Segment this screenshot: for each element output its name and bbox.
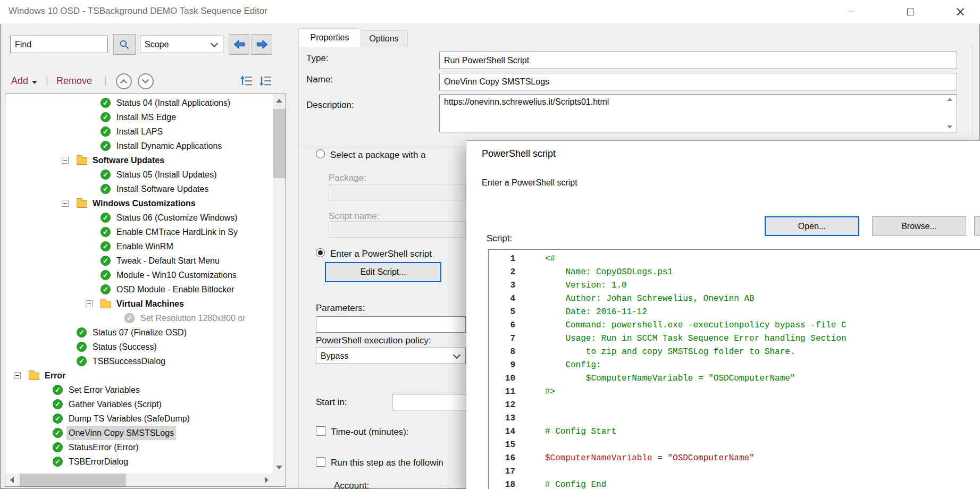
clipped-button[interactable] bbox=[974, 216, 980, 236]
tab-page-border-left bbox=[298, 46, 299, 488]
tree-item[interactable]: ✓Status 07 (Finalize OSD) bbox=[5, 325, 273, 340]
code-text: Version: 1.0 bbox=[515, 279, 627, 292]
tree-vertical-scrollbar[interactable] bbox=[273, 94, 286, 474]
move-down-button[interactable] bbox=[138, 73, 154, 89]
tab-properties[interactable]: Properties bbox=[298, 28, 361, 47]
find-input[interactable] bbox=[10, 36, 108, 53]
tree-item[interactable]: ✓Status 05 (Install Updates) bbox=[5, 167, 273, 182]
timeout-checkbox-label: Time-out (minutes): bbox=[331, 427, 409, 437]
tree-item[interactable]: ✓Set Resolution 1280x800 or bbox=[5, 311, 273, 325]
close-icon: × bbox=[955, 5, 966, 18]
tree-item-label: Install Software Updates bbox=[114, 182, 211, 196]
line-number: 8 bbox=[489, 345, 515, 359]
select-package-radio-label: Select a package with a bbox=[330, 150, 426, 161]
success-check-icon: ✓ bbox=[100, 127, 111, 137]
tree-item-label: Windows Customizations bbox=[90, 196, 198, 210]
tree-item[interactable]: ✓Install MS Edge bbox=[5, 110, 273, 124]
code-line: 15 bbox=[489, 439, 980, 452]
scroll-right-button[interactable] bbox=[260, 474, 273, 486]
run-as-checkbox-label: Run this step as the followin bbox=[331, 458, 443, 468]
tree-expander-icon[interactable] bbox=[62, 200, 69, 207]
select-package-radio[interactable] bbox=[316, 149, 325, 158]
tree-item[interactable]: Windows Customizations bbox=[5, 196, 273, 210]
edit-script-button[interactable]: Edit Script... bbox=[325, 262, 441, 282]
scroll-up-button[interactable] bbox=[273, 94, 286, 107]
tree-item[interactable]: ✓Enable WinRM bbox=[5, 239, 273, 254]
tree-item[interactable]: ✓Module - Win10 Customizations bbox=[5, 268, 273, 282]
name-field[interactable]: OneVinn Copy SMSTSLogs bbox=[439, 73, 957, 90]
tree-item[interactable]: ✓Enable CMTrace HardLink in Sy bbox=[5, 225, 273, 239]
toolbar-separator: | bbox=[46, 75, 48, 86]
tree-item[interactable]: ✓TSBErrorDialog bbox=[5, 454, 273, 469]
description-field[interactable]: https://onevinn.schrewelius.it/Scripts01… bbox=[439, 94, 957, 132]
navigate-forward-button[interactable] bbox=[252, 34, 272, 55]
tab-options[interactable]: Options bbox=[360, 30, 408, 47]
parameters-field[interactable] bbox=[316, 316, 466, 333]
remove-button[interactable]: Remove bbox=[56, 75, 92, 87]
tree-item-label: OneVinn Copy SMSTSLogs bbox=[66, 426, 176, 440]
collapse-groups-icon bbox=[259, 74, 272, 87]
vertical-scroll-thumb[interactable] bbox=[273, 109, 286, 178]
tree-item[interactable]: ✓StatusError (Error) bbox=[5, 440, 273, 454]
expand-groups-button[interactable] bbox=[240, 74, 253, 89]
code-text: $ComputerNameVariable = "OSDComputerName… bbox=[515, 372, 795, 385]
success-check-icon: ✓ bbox=[53, 399, 63, 409]
tree-item[interactable]: ✓Tweak - Default Start Menu bbox=[5, 254, 273, 268]
success-check-icon: ✓ bbox=[100, 270, 111, 280]
tree-item-label: Status 06 (Customize Windows) bbox=[114, 210, 240, 225]
tree-item[interactable]: ✓TSBSuccessDialog bbox=[5, 354, 273, 368]
code-text: # Config End bbox=[515, 478, 606, 489]
horizontal-scroll-thumb[interactable] bbox=[20, 474, 126, 486]
tree-item[interactable]: ✓Dump TS Variables (SafeDump) bbox=[5, 411, 273, 426]
collapse-groups-button[interactable] bbox=[259, 74, 272, 89]
maximize-button[interactable] bbox=[898, 0, 923, 23]
scroll-down-icon[interactable] bbox=[947, 125, 952, 129]
tree-item[interactable]: ✓Install LAPS bbox=[5, 124, 273, 139]
tree-item[interactable]: Virtual Machines bbox=[5, 297, 273, 311]
title-bar[interactable]: Windows 10 OSD - TSBackground DEMO Task … bbox=[0, 0, 980, 24]
tree-item[interactable]: ✓Status (Success) bbox=[5, 340, 273, 354]
tree-item[interactable]: ✓Install Dynamic Applications bbox=[5, 139, 273, 153]
run-as-checkbox[interactable] bbox=[316, 457, 325, 467]
tree-item[interactable]: ✓OneVinn Copy SMSTSLogs bbox=[5, 426, 273, 440]
tree-horizontal-scrollbar[interactable] bbox=[5, 474, 273, 486]
tree-item[interactable]: ✓Status 04 (Install Applications) bbox=[5, 96, 273, 110]
tree-item[interactable]: ✓Set Error Variables bbox=[5, 383, 273, 397]
tree-item[interactable]: ✓Install Software Updates bbox=[5, 182, 273, 196]
browse-button[interactable]: Browse... bbox=[872, 216, 966, 236]
close-button[interactable]: × bbox=[948, 0, 973, 23]
scrollbar-corner bbox=[273, 474, 286, 486]
enter-script-radio[interactable] bbox=[316, 248, 325, 257]
edit-script-button-label: Edit Script... bbox=[360, 267, 406, 277]
tree-expander-icon[interactable] bbox=[86, 300, 93, 307]
tree-item[interactable]: ✓Gather Variables (Script) bbox=[5, 397, 273, 411]
start-in-field[interactable] bbox=[392, 394, 466, 410]
minimize-button[interactable] bbox=[839, 0, 863, 23]
tree-item[interactable]: Error bbox=[5, 368, 273, 383]
scroll-down-button[interactable] bbox=[273, 461, 286, 474]
tree-item[interactable]: ✓Status 06 (Customize Windows) bbox=[5, 210, 273, 225]
open-button[interactable]: Open... bbox=[765, 216, 859, 236]
tab-page-border-top bbox=[298, 46, 973, 46]
folder-icon bbox=[77, 157, 87, 165]
find-button[interactable] bbox=[113, 34, 136, 55]
move-up-button[interactable] bbox=[116, 73, 132, 89]
task-sequence-tree: ✓Status 04 (Install Applications)✓Instal… bbox=[5, 94, 286, 487]
package-label: Package: bbox=[329, 173, 366, 183]
script-editor[interactable]: 1<#2 Name: CopyOSDLogs.ps13 Version: 1.0… bbox=[488, 249, 980, 489]
tree-item[interactable]: Software Updates bbox=[5, 153, 273, 167]
scroll-up-icon[interactable] bbox=[947, 98, 952, 101]
type-field[interactable]: Run PowerShell Script bbox=[439, 52, 957, 69]
navigate-back-button[interactable] bbox=[229, 34, 249, 55]
success-check-icon: ✓ bbox=[53, 457, 63, 467]
tree-item[interactable]: ✓OSD Module - Enable Bitlocker bbox=[5, 282, 273, 297]
scope-dropdown[interactable]: Scope bbox=[140, 36, 223, 53]
code-text bbox=[515, 399, 545, 412]
execution-policy-dropdown[interactable]: Bypass bbox=[316, 348, 466, 364]
tree-expander-icon[interactable] bbox=[14, 372, 21, 379]
add-button[interactable]: Add bbox=[11, 75, 37, 87]
timeout-checkbox[interactable] bbox=[316, 426, 325, 436]
tree-expander-icon[interactable] bbox=[62, 157, 69, 164]
line-number: 12 bbox=[489, 399, 515, 412]
scroll-left-button[interactable] bbox=[5, 474, 18, 486]
